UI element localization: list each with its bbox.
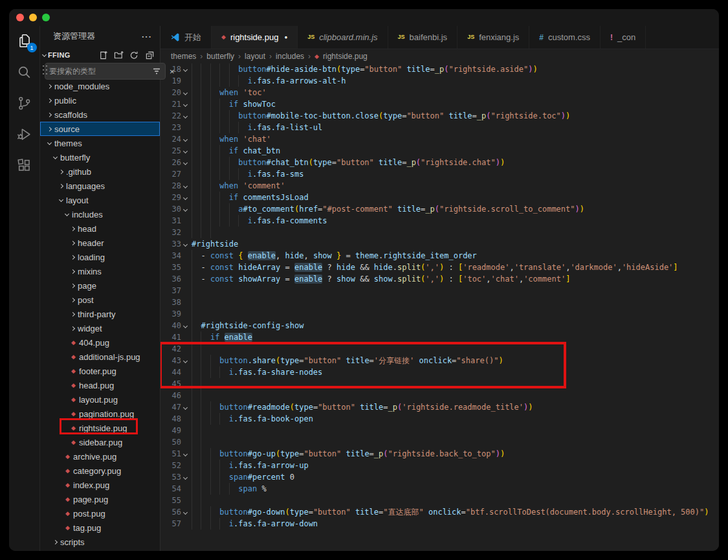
code-line[interactable]: 37	[160, 285, 719, 297]
code-line[interactable]: 20 when 'toc'	[160, 87, 719, 98]
tree-item-additional-js.pug[interactable]: ◆additional-js.pug	[40, 350, 160, 364]
code-line[interactable]: 26 button#chat_btn(type="button" title=_…	[160, 157, 719, 168]
line-number[interactable]: 31	[160, 215, 181, 227]
code-line[interactable]: 55	[160, 495, 719, 506]
line-number[interactable]: 37	[160, 285, 181, 297]
code-line[interactable]: 19 i.fas.fa-arrows-alt-h	[160, 75, 719, 87]
code-line[interactable]: 53 span#percent 0	[160, 471, 719, 483]
code-line[interactable]: 33#rightside	[160, 238, 719, 250]
fold-chevron-icon[interactable]	[183, 184, 188, 188]
fold-chevron-icon[interactable]	[183, 405, 188, 410]
code-line[interactable]: 52 i.fas.fa-arrow-up	[160, 460, 719, 471]
line-number[interactable]: 50	[160, 436, 181, 448]
tab-_con[interactable]: !_con	[601, 26, 646, 49]
tree-item-public[interactable]: public	[40, 93, 160, 107]
line-number[interactable]: 48	[160, 413, 181, 425]
code-line[interactable]: 27 i.fas.fa-sms	[160, 168, 719, 180]
line-number[interactable]: 26	[160, 157, 181, 168]
tree-item-category.pug[interactable]: ◆category.pug	[40, 464, 160, 478]
code-line[interactable]: 54 span %	[160, 483, 719, 495]
line-number[interactable]: 52	[160, 460, 181, 471]
tree-item-scripts[interactable]: scripts	[40, 535, 160, 549]
code-line[interactable]: 46	[160, 390, 719, 401]
line-number[interactable]: 54	[160, 483, 181, 495]
line-number[interactable]: 24	[160, 133, 181, 145]
fold-chevron-icon[interactable]	[183, 114, 188, 118]
code-line[interactable]: 30 a#to_comment(href="#post-comment" tit…	[160, 203, 719, 215]
activity-source-control[interactable]	[15, 93, 34, 113]
line-number[interactable]: 28	[160, 180, 181, 192]
tree-item-node_modules[interactable]: node_modules	[40, 79, 160, 93]
line-number[interactable]: 38	[160, 297, 181, 308]
tree-item-post.pug[interactable]: ◆post.pug	[40, 506, 160, 521]
tree-item-tag.pug[interactable]: ◆tag.pug	[40, 521, 160, 535]
tree-item-head[interactable]: head	[40, 221, 160, 236]
line-number[interactable]: 51	[160, 448, 181, 460]
fold-chevron-icon[interactable]	[183, 91, 188, 95]
title-bar[interactable]	[9, 9, 719, 26]
line-number[interactable]: 55	[160, 495, 181, 506]
maximize-window-button[interactable]	[42, 14, 50, 21]
breadcrumb[interactable]: themes›butterfly›layout›includes›◆rights…	[160, 49, 719, 63]
code-line[interactable]: 40 #rightside-config-show	[160, 320, 719, 331]
line-number[interactable]: 46	[160, 390, 181, 401]
filter-icon[interactable]	[152, 67, 161, 76]
fold-chevron-icon[interactable]	[183, 242, 188, 247]
new-file-button[interactable]	[98, 50, 108, 60]
tab-fenxiang.js[interactable]: JSfenxiang.js	[458, 26, 529, 49]
tree-item-widget[interactable]: widget	[40, 321, 160, 335]
code-line[interactable]: 47 button#readmode(type="button" title=_…	[160, 401, 719, 413]
code-editor[interactable]: 18 button#hide-aside-btn(type="button" t…	[160, 63, 719, 551]
refresh-button[interactable]	[129, 50, 139, 60]
fold-chevron-icon[interactable]	[183, 207, 188, 212]
line-number[interactable]: 20	[160, 87, 181, 98]
workspace-section-header[interactable]: FFING	[40, 48, 160, 62]
collapse-all-button[interactable]	[145, 50, 155, 60]
code-line[interactable]: 48 i.fas.fa-book-open	[160, 413, 719, 425]
code-line[interactable]: 51 button#go-up(type="button" title=_p("…	[160, 448, 719, 460]
line-number[interactable]: 21	[160, 98, 181, 110]
tree-item-page.pug[interactable]: ◆page.pug	[40, 492, 160, 506]
fold-chevron-icon[interactable]	[183, 67, 188, 72]
tree-item-third-party[interactable]: third-party	[40, 307, 160, 321]
tree-item-themes[interactable]: themes	[40, 136, 160, 150]
tree-item-source[interactable]: source	[40, 122, 160, 136]
code-line[interactable]: 23 i.fas.fa-list-ul	[160, 122, 719, 133]
fold-chevron-icon[interactable]	[183, 475, 188, 480]
fold-chevron-icon[interactable]	[183, 196, 188, 200]
tree-item-mixins[interactable]: mixins	[40, 264, 160, 278]
tree-item-header[interactable]: header	[40, 236, 160, 250]
code-line[interactable]: 35 - const hideArray = enable ? hide && …	[160, 262, 719, 273]
new-folder-button[interactable]	[114, 50, 124, 60]
fold-chevron-icon[interactable]	[183, 137, 188, 142]
tree-item-post[interactable]: post	[40, 293, 160, 307]
activity-explorer[interactable]: 1	[15, 31, 34, 50]
tree-item-loading[interactable]: loading	[40, 250, 160, 264]
tab-rightside.pug[interactable]: ◆rightside.pug●	[212, 26, 298, 49]
more-actions-icon[interactable]: ···	[142, 32, 152, 41]
fold-chevron-icon[interactable]	[183, 149, 188, 153]
fold-chevron-icon[interactable]	[183, 324, 188, 328]
line-number[interactable]: 34	[160, 250, 181, 262]
code-line[interactable]: 25 if chat_btn	[160, 145, 719, 157]
code-line[interactable]: 28 when 'comment'	[160, 180, 719, 192]
code-line[interactable]: 18 button#hide-aside-btn(type="button" t…	[160, 63, 719, 75]
code-line[interactable]: 32	[160, 227, 719, 238]
tab-开始[interactable]: 开始	[160, 26, 212, 49]
line-number[interactable]: 53	[160, 471, 181, 483]
tree-item-layout.pug[interactable]: ◆layout.pug	[40, 392, 160, 407]
breadcrumb-item-themes[interactable]: themes	[171, 52, 196, 61]
code-line[interactable]: 57 i.fas.fa-arrow-down	[160, 518, 719, 530]
tree-item-.github[interactable]: .github	[40, 164, 160, 179]
close-window-button[interactable]	[16, 14, 24, 21]
line-number[interactable]: 56	[160, 506, 181, 518]
fold-chevron-icon[interactable]	[183, 510, 188, 515]
line-number[interactable]: 40	[160, 320, 181, 331]
activity-extensions[interactable]	[15, 155, 34, 175]
tab-custom.css[interactable]: #custom.css	[529, 26, 601, 49]
tree-item-archive.pug[interactable]: ◆archive.pug	[40, 449, 160, 464]
code-line[interactable]: 50	[160, 436, 719, 448]
line-number[interactable]: 22	[160, 110, 181, 122]
tree-item-layout[interactable]: layout	[40, 193, 160, 207]
activity-search[interactable]	[15, 62, 34, 82]
